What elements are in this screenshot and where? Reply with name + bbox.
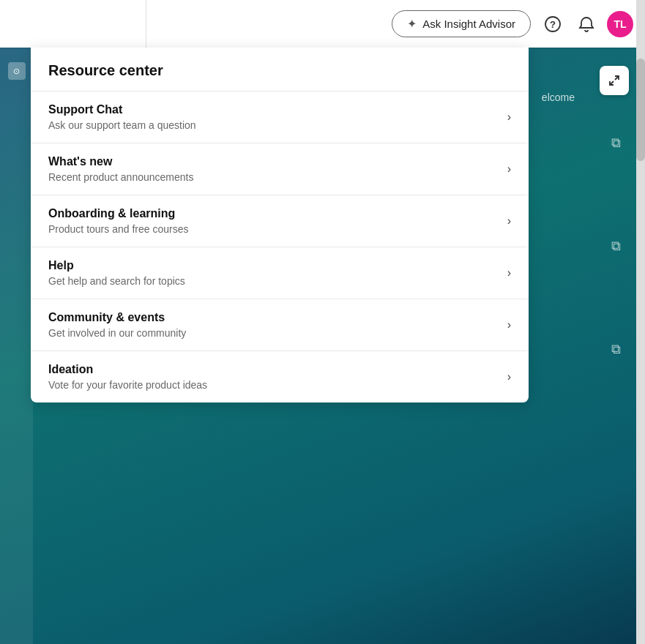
bell-icon	[578, 16, 594, 32]
external-link-icon-3[interactable]: ⧉	[611, 342, 621, 357]
panel-header: Resource center	[31, 48, 529, 91]
menu-item-title-whats-new: What's new	[48, 155, 499, 168]
scrollbar-thumb[interactable]	[636, 59, 645, 161]
external-links-area: ⧉ ⧉ ⧉	[611, 135, 621, 357]
menu-item-content-support-chat: Support Chat Ask our support team a ques…	[48, 103, 499, 131]
avatar[interactable]: TL	[607, 11, 633, 37]
menu-item-content-onboarding-learning: Onboarding & learning Product tours and …	[48, 207, 499, 235]
menu-item-title-help: Help	[48, 259, 499, 272]
menu-item-whats-new[interactable]: What's new Recent product announcements …	[31, 143, 529, 195]
chevron-icon-whats-new: ›	[507, 162, 511, 176]
notifications-button[interactable]	[573, 11, 600, 37]
external-link-icon-1[interactable]: ⧉	[611, 135, 621, 151]
menu-item-title-onboarding-learning: Onboarding & learning	[48, 207, 499, 220]
chevron-icon-ideation: ›	[507, 370, 511, 383]
help-button[interactable]: ?	[540, 11, 566, 37]
bg-text-welcome: elcome	[542, 91, 575, 103]
scrollbar[interactable]	[636, 0, 645, 644]
menu-item-desc-support-chat: Ask our support team a question	[48, 119, 499, 131]
panel-title: Resource center	[48, 62, 511, 79]
menu-item-help[interactable]: Help Get help and search for topics ›	[31, 247, 529, 299]
header: ✦ Ask Insight Advisor ? TL	[0, 0, 645, 48]
menu-item-onboarding-learning[interactable]: Onboarding & learning Product tours and …	[31, 195, 529, 247]
ask-insight-label: Ask Insight Advisor	[422, 18, 515, 30]
sidebar-hint: ⊙	[0, 48, 33, 644]
menu-items-list: Support Chat Ask our support team a ques…	[31, 91, 529, 402]
menu-item-ideation[interactable]: Ideation Vote for your favorite product …	[31, 351, 529, 402]
menu-item-community-events[interactable]: Community & events Get involved in our c…	[31, 299, 529, 351]
sidebar-icon-1: ⊙	[8, 62, 26, 80]
chevron-icon-support-chat: ›	[507, 111, 511, 124]
menu-item-content-ideation: Ideation Vote for your favorite product …	[48, 363, 499, 391]
menu-item-desc-help: Get help and search for topics	[48, 275, 499, 287]
sparkle-icon: ✦	[407, 17, 417, 31]
menu-item-desc-ideation: Vote for your favorite product ideas	[48, 379, 499, 391]
menu-item-content-help: Help Get help and search for topics	[48, 259, 499, 287]
menu-item-desc-onboarding-learning: Product tours and free courses	[48, 223, 499, 235]
menu-item-desc-community-events: Get involved in our community	[48, 327, 499, 339]
menu-item-title-community-events: Community & events	[48, 311, 499, 324]
help-icon: ?	[545, 16, 561, 32]
header-left-panel	[0, 0, 146, 48]
menu-item-title-ideation: Ideation	[48, 363, 499, 376]
menu-item-content-community-events: Community & events Get involved in our c…	[48, 311, 499, 339]
menu-item-content-whats-new: What's new Recent product announcements	[48, 155, 499, 183]
chevron-icon-help: ›	[507, 266, 511, 280]
menu-item-title-support-chat: Support Chat	[48, 103, 499, 116]
svg-text:?: ?	[550, 19, 556, 30]
external-link-icon-2[interactable]: ⧉	[611, 239, 621, 254]
chevron-icon-community-events: ›	[507, 318, 511, 332]
collapse-button[interactable]	[600, 66, 629, 95]
collapse-icon	[608, 74, 621, 87]
resource-center-panel: Resource center Support Chat Ask our sup…	[31, 48, 529, 402]
menu-item-desc-whats-new: Recent product announcements	[48, 171, 499, 183]
ask-insight-button[interactable]: ✦ Ask Insight Advisor	[392, 10, 531, 37]
chevron-icon-onboarding-learning: ›	[507, 214, 511, 228]
menu-item-support-chat[interactable]: Support Chat Ask our support team a ques…	[31, 91, 529, 143]
header-icons: ? TL	[540, 11, 633, 37]
